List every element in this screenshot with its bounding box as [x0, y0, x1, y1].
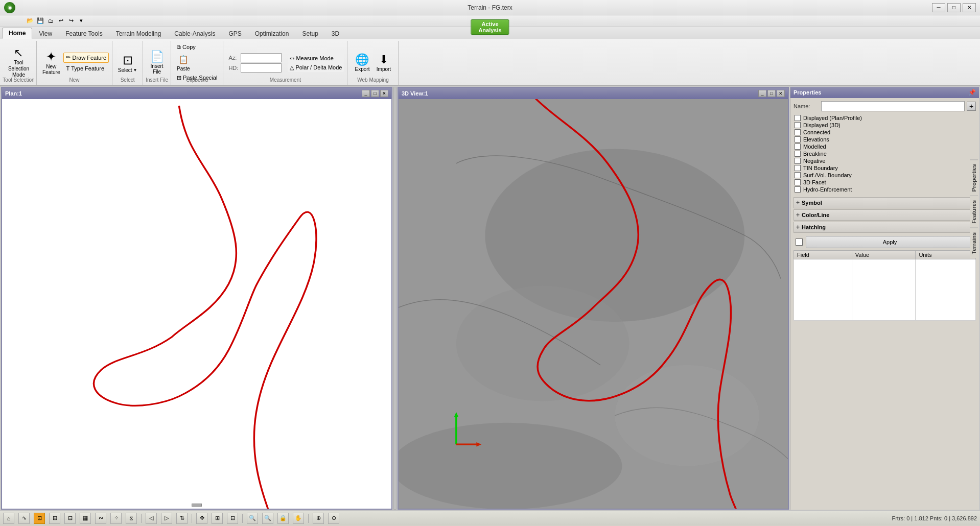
status-zoom-fit[interactable]: ⊙ [328, 513, 339, 524]
ribbon: Home View Feature Tools Terrain Modeling… [0, 27, 980, 86]
3d-minimize-button[interactable]: _ [758, 90, 766, 97]
vertical-splitter[interactable] [393, 87, 396, 510]
quick-access-toolbar: 📂 💾 🗂 ↩ ↪ ▾ Active Analysis [0, 15, 980, 27]
cb-elevations[interactable]: Elevations [794, 136, 976, 143]
3d-close-button[interactable]: ✕ [777, 90, 785, 97]
field-column-header: Field [794, 251, 852, 259]
name-input[interactable] [821, 101, 965, 111]
cb-breakline-box [795, 151, 801, 157]
status-layer-button[interactable]: ⧖ [126, 513, 137, 524]
tab-3d[interactable]: 3D [325, 28, 346, 39]
open-button[interactable]: 📂 [26, 16, 35, 26]
checkbox-list: Displayed (Plan/Profile) Displayed (3D) … [794, 114, 976, 193]
tab-gps[interactable]: GPS [222, 28, 248, 39]
polar-mode-button[interactable]: △ Polar / Delta Mode [288, 63, 344, 72]
tab-cable-analysis[interactable]: Cable-Analysis [168, 28, 222, 39]
paste-button[interactable]: 📋 Paste [174, 53, 193, 71]
status-move-button[interactable]: ⊞ [49, 513, 60, 524]
name-add-button[interactable]: + [967, 102, 976, 111]
status-draw-button[interactable]: ∿ [18, 513, 30, 524]
app-icon: ◉ [4, 2, 15, 13]
status-zoom-out-button[interactable]: 🔍 [262, 513, 273, 524]
hd-input[interactable] [241, 63, 282, 73]
measure-mode-button[interactable]: ⇔ Measure Mode [288, 54, 344, 63]
tab-view[interactable]: View [32, 28, 59, 39]
side-tab-features[interactable]: Features [970, 196, 978, 228]
minimize-button[interactable]: ─ [932, 3, 945, 12]
status-split2-button[interactable]: ⊟ [227, 513, 238, 524]
insert-file-button[interactable]: 📄 InsertFile [147, 47, 167, 78]
status-left-arrow[interactable]: ◁ [146, 513, 157, 524]
status-hand-button[interactable]: ✋ [293, 513, 304, 524]
save-all-button[interactable]: 🗂 [46, 16, 55, 26]
active-analysis-button[interactable]: Active Analysis [471, 19, 509, 35]
new-feature-button[interactable]: ✦ NewFeature [40, 47, 62, 78]
cb-3d-facet[interactable]: 3D Facet [794, 179, 976, 186]
cb-displayed-3d[interactable]: Displayed (3D) [794, 122, 976, 129]
tab-optimization[interactable]: Optimization [248, 28, 296, 39]
az-input[interactable] [241, 53, 282, 62]
copy-button[interactable]: ⧉ Copy [174, 42, 198, 52]
plan-maximize-button[interactable]: □ [371, 90, 379, 97]
status-grid-button[interactable]: ⊟ [64, 513, 76, 524]
side-tab-terrains[interactable]: Terrains [970, 228, 978, 258]
copy-label: Copy [182, 44, 196, 50]
symbol-section-header[interactable]: + Symbol [794, 197, 976, 208]
status-contour-button[interactable]: ∾ [95, 513, 106, 524]
apply-button[interactable]: Apply [806, 236, 974, 248]
group-label-clipboard: Clipboard [171, 77, 223, 83]
status-lock-button[interactable]: 🔒 [277, 513, 289, 524]
status-right-arrow[interactable]: ▷ [161, 513, 172, 524]
status-split-button[interactable]: ⊞ [212, 513, 223, 524]
plan-close-button[interactable]: ✕ [380, 90, 388, 97]
tool-selection-mode-button[interactable]: ↖ ToolSelectionMode [6, 47, 32, 78]
draw-feature-label: Draw Feature [72, 55, 106, 61]
terrain-canvas[interactable] [399, 99, 788, 509]
draw-feature-button[interactable]: ✏ Draw Feature [63, 53, 109, 63]
type-feature-button[interactable]: T Type Feature [63, 63, 109, 74]
3d-maximize-button[interactable]: □ [767, 90, 776, 97]
close-button[interactable]: ✕ [963, 3, 976, 12]
export-button[interactable]: 🌐 Export [352, 47, 372, 78]
status-home-button[interactable]: ⌂ [3, 513, 14, 524]
splitter-handle[interactable] [192, 504, 202, 507]
status-zoom-in-button[interactable]: 🔍 [247, 513, 258, 524]
cb-displayed-plan[interactable]: Displayed (Plan/Profile) [794, 114, 976, 122]
maximize-button[interactable]: □ [947, 3, 961, 12]
cb-modelled[interactable]: Modelled [794, 143, 976, 150]
cb-hydro[interactable]: Hydro-Enforcement [794, 186, 976, 193]
select-icon: ⊡ [123, 53, 133, 67]
title-bar-left: ◉ [4, 2, 15, 13]
tab-feature-tools[interactable]: Feature Tools [59, 28, 109, 39]
tab-terrain-modeling[interactable]: Terrain Modeling [109, 28, 168, 39]
cb-surf-boundary[interactable]: Surf./Vol. Boundary [794, 172, 976, 179]
ribbon-content: ↖ ToolSelectionMode Tool Selection ✦ New… [0, 39, 980, 85]
status-pan-button[interactable]: ✥ [196, 513, 207, 524]
properties-pin-button[interactable]: 📌 [968, 89, 976, 96]
status-box-button[interactable]: ⊡ [34, 513, 45, 524]
select-button[interactable]: ⊡ Select ▼ [118, 53, 137, 73]
group-label-tool-selection: Tool Selection [1, 77, 36, 83]
color-line-section-header[interactable]: + Color/Line [794, 209, 976, 221]
hatching-section-header[interactable]: + Hatching [794, 222, 976, 233]
undo-button[interactable]: ↩ [56, 16, 65, 26]
dropdown-button[interactable]: ▾ [77, 16, 86, 26]
plan-view-content[interactable] [2, 99, 391, 509]
plan-minimize-button[interactable]: _ [362, 90, 370, 97]
status-up-down[interactable]: ⇅ [176, 513, 188, 524]
cb-tin-boundary[interactable]: TIN Boundary [794, 164, 976, 172]
cb-negative[interactable]: Negative [794, 157, 976, 164]
status-zoom-box[interactable]: ⊕ [313, 513, 324, 524]
status-node-button[interactable]: ⁘ [110, 513, 122, 524]
redo-button[interactable]: ↪ [66, 16, 76, 26]
side-tab-properties[interactable]: Properties [970, 159, 978, 196]
status-table-button[interactable]: ▦ [80, 513, 91, 524]
tab-setup[interactable]: Setup [295, 28, 324, 39]
tab-home[interactable]: Home [2, 28, 32, 39]
save-button[interactable]: 💾 [36, 16, 45, 26]
apply-checkbox[interactable] [796, 238, 803, 246]
import-button[interactable]: ⬇ Import [374, 47, 394, 78]
tool-selection-label: ToolSelectionMode [8, 60, 29, 78]
cb-connected[interactable]: Connected [794, 129, 976, 136]
cb-breakline[interactable]: Breakline [794, 150, 976, 157]
